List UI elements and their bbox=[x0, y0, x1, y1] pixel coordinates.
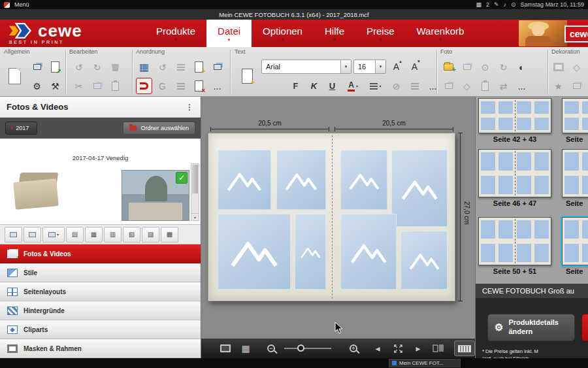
pen-tray-icon[interactable]: ✎ bbox=[494, 2, 499, 8]
delete-page-button[interactable]: × bbox=[191, 78, 207, 94]
workspace-icon[interactable]: ▦ bbox=[476, 2, 482, 8]
nav-stile[interactable]: Stile bbox=[0, 263, 201, 282]
photo-placeholder[interactable] bbox=[276, 150, 326, 210]
redo-button: ↻ bbox=[89, 59, 105, 75]
fit-page-button[interactable] bbox=[391, 341, 405, 356]
tools-button[interactable]: ⚒ bbox=[47, 78, 63, 94]
ruler-toggle-button[interactable] bbox=[454, 341, 475, 356]
product-details-button[interactable]: ⚙ Produktdetails ändern bbox=[487, 314, 575, 341]
page-preview-button[interactable] bbox=[4, 58, 25, 93]
menu-produkte[interactable]: Produkte ▾ bbox=[145, 20, 206, 47]
page-spread-thumbnail[interactable] bbox=[562, 98, 588, 133]
page-spread-thumbnail[interactable] bbox=[562, 149, 588, 197]
chevron-left-icon: ◂ bbox=[375, 343, 380, 354]
single-page-view-button[interactable] bbox=[218, 341, 233, 356]
zoom-in-button[interactable]: + bbox=[346, 341, 361, 356]
nav-hintergruende[interactable]: Hintergründe bbox=[0, 301, 201, 320]
info-button[interactable]: ▨ bbox=[142, 227, 159, 243]
bold-button[interactable]: F bbox=[287, 78, 304, 94]
sort-date-button[interactable] bbox=[24, 227, 41, 243]
thumb-size-large-button[interactable]: ▧ bbox=[123, 227, 140, 243]
photo-placeholder[interactable] bbox=[295, 214, 326, 290]
photo-thumbnail[interactable]: ✓ bbox=[122, 170, 189, 221]
photo-more-button[interactable]: ... bbox=[514, 78, 530, 94]
photo-scrollbar[interactable]: ▾ bbox=[191, 163, 199, 221]
flip-page-button[interactable] bbox=[431, 341, 446, 356]
page-spread-thumbnail[interactable] bbox=[478, 217, 551, 265]
sort-name-button[interactable] bbox=[5, 227, 22, 243]
page-spread-thumbnail[interactable] bbox=[478, 149, 551, 197]
font-size-select[interactable]: 16 ▾ bbox=[353, 59, 386, 74]
refresh-button[interactable]: ▩ bbox=[161, 227, 178, 243]
back-folder-button[interactable]: ‹ 2017 bbox=[5, 122, 37, 135]
text-align-button[interactable]: ▾ bbox=[365, 78, 386, 94]
contrast-button[interactable]: ◐ bbox=[514, 59, 530, 75]
previous-page-button[interactable]: ◂ bbox=[370, 341, 385, 356]
page-spread-thumbnail[interactable] bbox=[478, 98, 551, 133]
volume-tray-icon[interactable]: ♪ bbox=[504, 2, 507, 8]
photo-placeholder[interactable] bbox=[340, 150, 387, 210]
font-color-button[interactable]: A ▾ bbox=[342, 78, 363, 94]
photo-import-button[interactable] bbox=[29, 59, 45, 75]
font-decrease-button[interactable]: A▼ bbox=[406, 58, 423, 75]
arrow-up-icon: ▲ bbox=[399, 59, 402, 63]
panel-menu-button[interactable]: ⋮ bbox=[185, 103, 194, 112]
underline-button[interactable]: U bbox=[324, 78, 340, 94]
font-family-select[interactable]: Arial ▾ bbox=[261, 59, 351, 74]
font-increase-button[interactable]: A▲ bbox=[388, 58, 404, 75]
slider-knob[interactable] bbox=[297, 344, 304, 352]
clock[interactable]: Samstag März 10, 11:59 bbox=[521, 2, 584, 8]
flip-button: ⇄ bbox=[495, 78, 512, 94]
zoom-out-button[interactable]: − bbox=[264, 341, 278, 356]
thumb-size-small-button[interactable]: ▦ bbox=[85, 227, 103, 243]
menu-optionen[interactable]: Optionen ▾ bbox=[252, 20, 314, 47]
photo-placeholder[interactable] bbox=[391, 150, 448, 227]
grid-view-button[interactable]: ▦ bbox=[238, 341, 253, 356]
filter-button[interactable]: ▤ bbox=[66, 227, 84, 243]
input-tray-icon[interactable]: ⊙ bbox=[511, 2, 516, 8]
scroll-down-button[interactable]: ▾ bbox=[191, 213, 199, 220]
insert-text-button[interactable]: + bbox=[235, 58, 259, 93]
menu-datei[interactable]: Datei ▾ bbox=[206, 20, 252, 47]
align-button bbox=[172, 59, 189, 75]
editor-canvas[interactable]: 20,5 cm 20,5 cm 27,0 cm bbox=[201, 97, 475, 358]
system-menu[interactable]: Menü bbox=[4, 1, 29, 8]
choose-folder-button[interactable]: Ordner auswählen bbox=[123, 122, 195, 135]
order-button[interactable] bbox=[581, 314, 588, 341]
zoom-slider[interactable] bbox=[284, 341, 331, 356]
taskbar-window-button[interactable]: Mein CEWE FOT... bbox=[389, 359, 461, 367]
view-options-button[interactable]: ▾ bbox=[42, 227, 65, 243]
nav-fotos-videos[interactable]: Fotos & Videos bbox=[0, 244, 201, 263]
menu-warenkorb[interactable]: Warenkorb ▾ bbox=[406, 20, 476, 47]
promo-face-shape bbox=[532, 24, 545, 37]
thumb-size-medium-button[interactable]: ▥ bbox=[104, 227, 122, 243]
album-folder-item[interactable] bbox=[14, 173, 59, 208]
settings-button[interactable]: ⚙ bbox=[29, 78, 45, 94]
menu-hilfe[interactable]: Hilfe ▾ bbox=[314, 20, 355, 47]
chevron-down-icon: ▾ bbox=[439, 37, 442, 42]
photo-placeholder[interactable] bbox=[340, 214, 397, 290]
nav-masken-rahmen[interactable]: Masken & Rahmen bbox=[0, 339, 201, 358]
export-button[interactable]: ↗ bbox=[47, 59, 63, 75]
italic-button[interactable]: K bbox=[306, 78, 322, 94]
insert-page-button[interactable]: + bbox=[191, 59, 207, 75]
clipart-icon: ◆ bbox=[7, 326, 18, 334]
photo-placeholder[interactable] bbox=[218, 150, 271, 210]
magnet-snap-button[interactable] bbox=[136, 78, 152, 94]
add-photo-folder-button[interactable]: + bbox=[440, 59, 457, 75]
photo-toolbar: ▾ ▤ ▦ ▥ ▧ ▨ ▩ bbox=[0, 225, 201, 244]
nav-seitenlayouts[interactable]: Seitenlayouts bbox=[0, 282, 201, 301]
next-page-button[interactable]: ▸ bbox=[411, 341, 425, 356]
photo-placeholder[interactable] bbox=[400, 231, 448, 290]
grid-button[interactable]: ▦ bbox=[136, 59, 152, 75]
panel-title: Fotos & Videos bbox=[7, 102, 68, 112]
arrange-more-button[interactable]: ... bbox=[209, 78, 225, 94]
menu-preise[interactable]: Preise ▾ bbox=[355, 20, 406, 47]
move-page-button[interactable] bbox=[209, 59, 225, 75]
page-spread-thumbnail-selected[interactable] bbox=[562, 217, 588, 265]
photo-small-icon bbox=[10, 232, 17, 237]
photo-placeholder[interactable] bbox=[218, 214, 291, 290]
nav-cliparts[interactable]: ◆ Cliparts bbox=[0, 320, 201, 339]
scrollbar-thumb[interactable] bbox=[192, 165, 198, 193]
book-spread[interactable] bbox=[208, 133, 455, 301]
